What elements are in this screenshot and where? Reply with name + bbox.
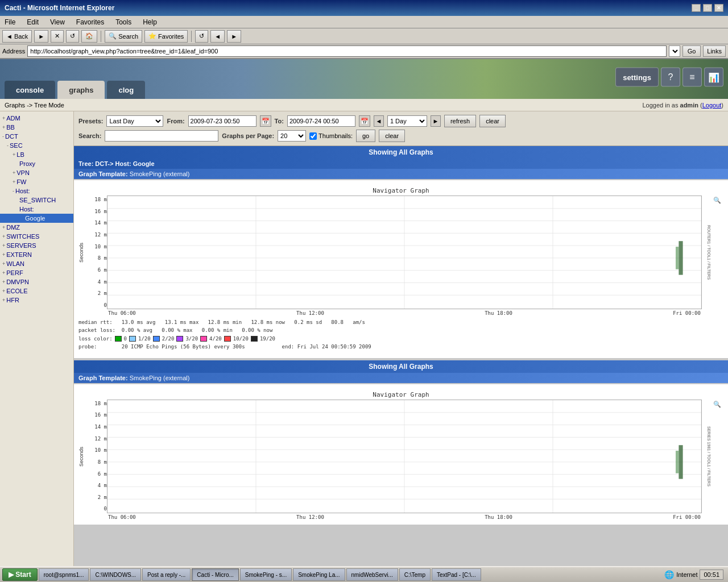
back-button[interactable]: ◄ Back	[2, 30, 32, 43]
sidebar-item-lb[interactable]: + LB	[0, 150, 73, 159]
menu-icon-btn[interactable]: ≡	[682, 68, 702, 87]
menu-tools[interactable]: Tools	[113, 17, 134, 27]
home-button[interactable]: 🏠	[81, 30, 97, 43]
tree-host-label: Tree: DCT-> Host: Google	[78, 160, 155, 167]
sidebar-item-google[interactable]: Google	[0, 214, 73, 223]
graphs-per-page-select[interactable]: 20 10 30 50	[278, 130, 306, 142]
start-button[interactable]: ▶ Start	[2, 568, 38, 581]
taskbar-app-smokeping1[interactable]: SmokePing - s...	[240, 568, 292, 581]
expand-icon-ecole: +	[2, 288, 5, 294]
menu-edit[interactable]: Edit	[24, 17, 41, 27]
sidebar-item-sec[interactable]: - SEC	[0, 141, 73, 150]
refresh-browser-button[interactable]: ↺	[66, 30, 79, 43]
graphs-per-page-label: Graphs per Page:	[222, 132, 274, 139]
taskbar-app-ctemp[interactable]: C:\Temp	[399, 568, 431, 581]
tab-console[interactable]: console	[5, 81, 55, 99]
sidebar-item-fw[interactable]: + FW	[0, 177, 73, 186]
presets-select[interactable]: Last Day Last Week Last Month Last Year	[106, 115, 163, 127]
next-interval-button[interactable]: ►	[431, 115, 441, 127]
taskbar-app-smokeping2[interactable]: SmokePing La...	[293, 568, 345, 581]
prev-interval-button[interactable]: ◄	[374, 115, 384, 127]
graph-area-1[interactable]	[107, 196, 702, 309]
expand-icon-lb: +	[13, 152, 15, 157]
sidebar-item-proxy[interactable]: Proxy	[0, 159, 73, 168]
graph-legend-1: median rtt: 13.0 ms avg 13.1 ms max 12.8…	[78, 316, 723, 354]
sidebar-item-perf[interactable]: + PERF	[0, 268, 73, 277]
taskbar-app-textpad[interactable]: TextPad - [C:\...	[432, 568, 481, 581]
clear2-button[interactable]: clear	[379, 130, 405, 142]
to-calendar-button[interactable]: 📅	[359, 115, 370, 127]
section-header-1: Showing All Graphs	[74, 146, 728, 159]
close-btn[interactable]: ✕	[714, 4, 723, 12]
graph-section-1: Showing All Graphs Tree: DCT-> Host: Goo…	[74, 146, 728, 358]
main-container: + ADM + BB - DCT - SEC + LB Proxy + VPN …	[0, 111, 728, 582]
zoom-icon-1[interactable]: 🔍	[712, 196, 723, 309]
to-input[interactable]	[287, 115, 355, 127]
expand-icon-vpn: +	[13, 170, 15, 176]
expand-icon-dmz: +	[2, 225, 5, 230]
search-browser-button[interactable]: 🔍 Search	[105, 30, 142, 43]
help-icon-btn[interactable]: ?	[661, 68, 680, 87]
address-dropdown[interactable]	[669, 45, 680, 57]
sidebar-item-dmvpn[interactable]: + DMVPN	[0, 277, 73, 286]
taskbar-app-post[interactable]: Post a reply -...	[142, 568, 191, 581]
taskbar-app-cacti[interactable]: Cacti - Micro...	[192, 568, 238, 581]
sidebar-item-dmz[interactable]: + DMZ	[0, 223, 73, 232]
sidebar-item-switches[interactable]: + SWITCHES	[0, 232, 73, 241]
forward2-button[interactable]: ►	[227, 30, 241, 43]
chart-icon-btn[interactable]: 📊	[704, 68, 723, 87]
sidebar-item-dct[interactable]: - DCT	[0, 132, 73, 141]
address-input[interactable]	[27, 45, 666, 57]
zoom-icon-2[interactable]: 🔍	[712, 400, 723, 513]
address-bar: Address Go Links	[0, 44, 728, 59]
sidebar-item-bb[interactable]: + BB	[0, 123, 73, 132]
graph-template-header-1: Graph Template: SmokePing (external)	[74, 169, 728, 179]
graph-area-2[interactable]	[107, 400, 702, 513]
from-calendar-button[interactable]: 📅	[260, 115, 271, 127]
forward-button[interactable]: ►	[34, 30, 48, 43]
sidebar-item-servers[interactable]: + SERVERS	[0, 241, 73, 250]
sidebar-item-host[interactable]: - Host:	[0, 186, 73, 196]
right-label-2: SERIES 1981 / TOOL1 / FILTERS	[702, 400, 712, 513]
tab-graphs[interactable]: graphs	[57, 81, 105, 99]
minimize-btn[interactable]: _	[692, 4, 701, 12]
links-button[interactable]: Links	[703, 45, 726, 57]
menu-help[interactable]: Help	[140, 17, 159, 27]
sidebar-item-ecole[interactable]: + ECOLE	[0, 286, 73, 296]
sidebar-item-adm[interactable]: + ADM	[0, 114, 73, 123]
refresh-button[interactable]: refresh	[444, 115, 476, 127]
menu-view[interactable]: View	[48, 17, 67, 27]
sidebar-item-host2[interactable]: Host:	[0, 205, 73, 214]
search-input[interactable]	[105, 130, 218, 142]
refresh2-button[interactable]: ↺	[195, 30, 208, 43]
tree-host-header: Tree: DCT-> Host: Google	[74, 159, 728, 169]
menu-favorites[interactable]: Favorites	[74, 17, 106, 27]
go-address-button[interactable]: Go	[682, 45, 701, 57]
presets-label: Presets:	[78, 118, 103, 124]
go-button[interactable]: go	[356, 130, 375, 142]
sidebar-item-vpn[interactable]: + VPN	[0, 168, 73, 177]
graph-wrapper-2: Navigator Graph Seconds 18 m 16 m 14 m 1…	[74, 384, 728, 525]
thumbnails-checkbox[interactable]	[309, 132, 317, 140]
logout-link[interactable]: Logout	[702, 102, 722, 109]
favorites-button[interactable]: ⭐ Favorites	[144, 30, 188, 43]
taskbar-right: 🌐 Internet 00:51	[664, 569, 726, 580]
back2-button[interactable]: ◄	[210, 30, 225, 43]
interval-select[interactable]: 1 Day 2 Days 1 Week 1 Month	[387, 115, 427, 127]
right-label-1: ROUTER1 / TOOL1 / FILTERS	[702, 196, 712, 309]
clear-button[interactable]: clear	[479, 115, 506, 127]
graph-content-1: Seconds 18 m 16 m 14 m 12 m 10 m 8 m 6 m…	[78, 196, 723, 309]
sidebar-item-extern[interactable]: + EXTERN	[0, 250, 73, 259]
menu-file[interactable]: File	[2, 17, 18, 27]
sidebar-item-hfr[interactable]: + HFR	[0, 296, 73, 305]
sidebar-item-wlan[interactable]: + WLAN	[0, 259, 73, 268]
stop-button[interactable]: ✕	[51, 30, 64, 43]
taskbar-app-nmid[interactable]: nmidWebServi...	[346, 568, 398, 581]
taskbar-app-root[interactable]: root@spnms1...	[39, 568, 89, 581]
maximize-btn[interactable]: □	[703, 4, 712, 12]
tab-clog[interactable]: clog	[107, 81, 145, 99]
from-input[interactable]	[188, 115, 257, 127]
sidebar-item-se-switch[interactable]: SE_SWITCH	[0, 196, 73, 205]
settings-button[interactable]: settings	[615, 68, 659, 87]
taskbar-app-windows[interactable]: C:\WINDOWS...	[90, 568, 141, 581]
